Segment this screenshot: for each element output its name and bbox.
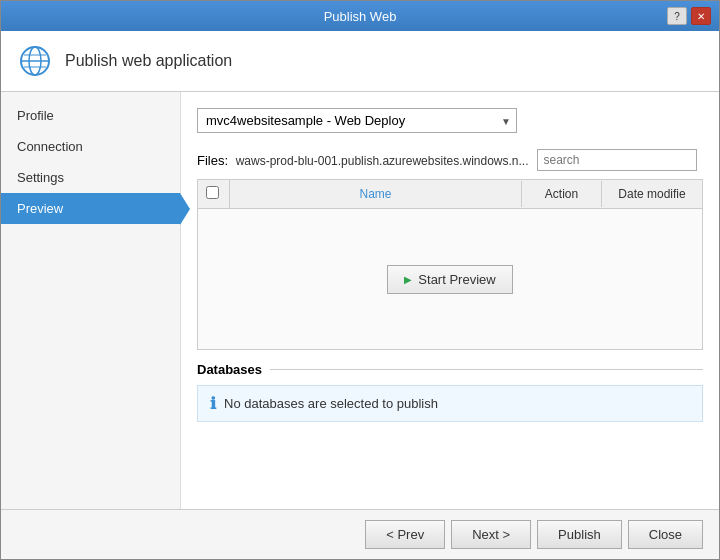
databases-info-bar: ℹ No databases are selected to publish [197,385,703,422]
databases-divider [270,369,703,370]
dialog-title: Publish Web [53,9,667,24]
info-icon: ℹ [210,394,216,413]
sidebar-item-connection[interactable]: Connection [1,131,180,162]
publish-button[interactable]: Publish [537,520,622,549]
start-preview-label: Start Preview [418,272,495,287]
check-all-checkbox[interactable] [206,186,219,199]
files-label: Files: waws-prod-blu-001.publish.azurewe… [197,153,529,168]
table-check-all[interactable] [198,180,230,208]
dialog-footer: < Prev Next > Publish Close [1,509,719,559]
main-content: mvc4websitesample - Web Deploy ▼ Files: … [181,92,719,509]
databases-section: Databases ℹ No databases are selected to… [197,362,703,422]
databases-header: Databases [197,362,703,377]
profile-dropdown[interactable]: mvc4websitesample - Web Deploy [197,108,517,133]
databases-title: Databases [197,362,262,377]
files-table: Name Action Date modifie ▶ Start Preview [197,179,703,350]
start-preview-button[interactable]: ▶ Start Preview [387,265,512,294]
dialog-header: Publish web application [1,31,719,92]
sidebar-item-preview[interactable]: Preview [1,193,180,224]
files-search-input[interactable] [537,149,697,171]
sidebar-item-settings[interactable]: Settings [1,162,180,193]
help-button[interactable]: ? [667,7,687,25]
sidebar: Profile Connection Settings Preview [1,92,181,509]
sidebar-item-profile[interactable]: Profile [1,100,180,131]
profile-dropdown-wrapper: mvc4websitesample - Web Deploy ▼ [197,108,517,133]
title-bar-buttons: ? ✕ [667,7,711,25]
table-col-action: Action [522,181,602,207]
table-col-name: Name [230,181,522,207]
prev-button[interactable]: < Prev [365,520,445,549]
databases-info-text: No databases are selected to publish [224,396,438,411]
table-body: ▶ Start Preview [198,209,702,349]
publish-icon [17,43,53,79]
title-bar: Publish Web ? ✕ [1,1,719,31]
table-header: Name Action Date modifie [198,180,702,209]
play-icon: ▶ [404,274,412,285]
header-title: Publish web application [65,52,232,70]
window-close-button[interactable]: ✕ [691,7,711,25]
close-button[interactable]: Close [628,520,703,549]
files-section: Files: waws-prod-blu-001.publish.azurewe… [197,149,703,350]
profile-row: mvc4websitesample - Web Deploy ▼ [197,108,703,133]
files-url: waws-prod-blu-001.publish.azurewebsites.… [236,154,529,168]
table-col-date: Date modifie [602,181,702,207]
publish-web-dialog: Publish Web ? ✕ Publish web application … [0,0,720,560]
next-button[interactable]: Next > [451,520,531,549]
files-row: Files: waws-prod-blu-001.publish.azurewe… [197,149,703,171]
dialog-body: Profile Connection Settings Preview mvc4… [1,92,719,509]
